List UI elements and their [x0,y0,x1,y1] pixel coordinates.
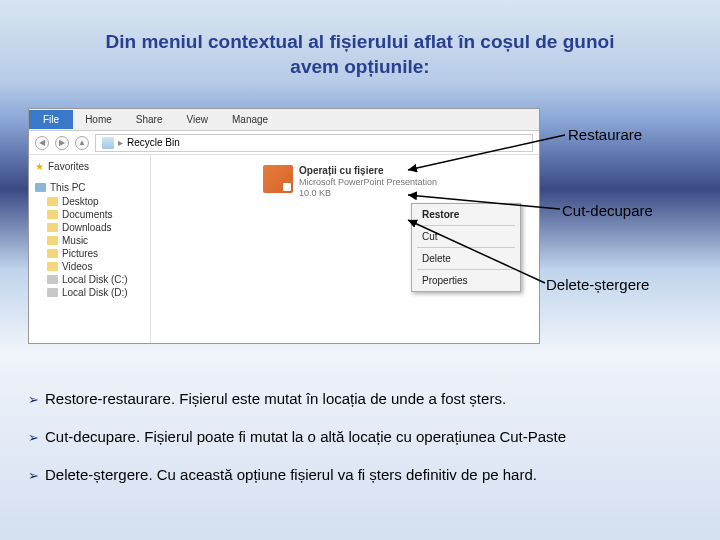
address-label: Recycle Bin [127,137,180,148]
explorer-screenshot: File Home Share View Manage ◀ ▶ ▲ ▸ Recy… [28,108,540,344]
bullet-icon: ➢ [28,428,39,448]
file-type: Microsoft PowerPoint Presentation [299,177,437,188]
bullet-icon: ➢ [28,466,39,486]
menu-restore[interactable]: Restore [414,206,518,223]
title-line-2: avem opțiunile: [290,56,429,77]
pc-icon [35,183,46,192]
callout-delete: Delete-ștergere [546,276,649,293]
menu-separator [417,269,515,270]
sidebar-item-disk-d[interactable]: Local Disk (D:) [35,286,144,299]
ribbon-tab-home[interactable]: Home [73,110,124,129]
nav-back-icon[interactable]: ◀ [35,136,49,150]
ribbon-tab-file[interactable]: File [29,110,73,129]
sidebar: ★ Favorites This PC Desktop Documents Do… [29,155,151,343]
menu-separator [417,247,515,248]
address-bar[interactable]: ▸ Recycle Bin [95,134,533,152]
disk-icon [47,275,58,284]
ribbon: File Home Share View Manage [29,109,539,131]
bullet-restore: ➢ Restore-restaurare. Fișierul este muta… [28,390,692,410]
folder-icon [47,262,58,271]
sidebar-item-disk-c[interactable]: Local Disk (C:) [35,273,144,286]
bullet-delete: ➢ Delete-ștergere. Cu această opțiune fi… [28,466,692,486]
menu-properties[interactable]: Properties [414,272,518,289]
bullet-list: ➢ Restore-restaurare. Fișierul este muta… [28,390,692,504]
sidebar-item-downloads[interactable]: Downloads [35,221,144,234]
menu-delete[interactable]: Delete [414,250,518,267]
folder-icon [47,249,58,258]
content-pane: Operații cu fișiere Microsoft PowerPoint… [151,155,539,343]
folder-icon [47,223,58,232]
bullet-cut: ➢ Cut-decupare. Fișierul poate fi mutat … [28,428,692,448]
nav-bar: ◀ ▶ ▲ ▸ Recycle Bin [29,131,539,155]
file-item[interactable]: Operații cu fișiere Microsoft PowerPoint… [261,163,439,201]
file-name: Operații cu fișiere [299,165,437,177]
folder-icon [47,197,58,206]
powerpoint-icon [263,165,293,193]
menu-cut[interactable]: Cut [414,228,518,245]
context-menu: Restore Cut Delete Properties [411,203,521,292]
nav-up-icon[interactable]: ▲ [75,136,89,150]
callout-cut: Cut-decupare [562,202,653,219]
sidebar-item-documents[interactable]: Documents [35,208,144,221]
ribbon-tab-view[interactable]: View [175,110,221,129]
ribbon-tab-manage[interactable]: Manage [220,110,280,129]
disk-icon [47,288,58,297]
title-line-1: Din meniul contextual al fișierului afla… [106,31,615,52]
callout-restore: Restaurare [568,126,642,143]
slide-title: Din meniul contextual al fișierului afla… [0,0,720,89]
sidebar-this-pc[interactable]: This PC [35,180,144,195]
folder-icon [47,210,58,219]
nav-forward-icon[interactable]: ▶ [55,136,69,150]
sidebar-item-pictures[interactable]: Pictures [35,247,144,260]
sidebar-item-music[interactable]: Music [35,234,144,247]
ribbon-tab-share[interactable]: Share [124,110,175,129]
menu-separator [417,225,515,226]
sidebar-item-desktop[interactable]: Desktop [35,195,144,208]
sidebar-item-videos[interactable]: Videos [35,260,144,273]
recycle-bin-icon [102,137,114,149]
folder-icon [47,236,58,245]
sidebar-favorites[interactable]: ★ Favorites [35,159,144,174]
star-icon: ★ [35,161,44,172]
file-size: 10.0 KB [299,188,437,199]
bullet-icon: ➢ [28,390,39,410]
